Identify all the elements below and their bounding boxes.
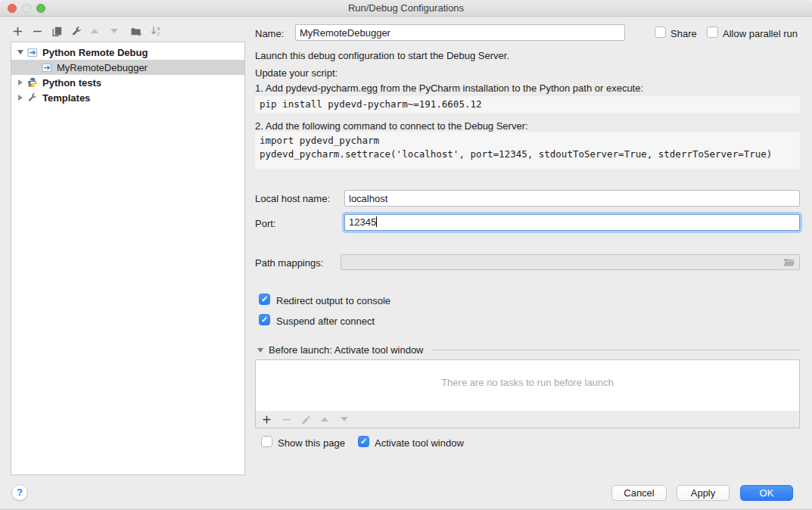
- move-down-icon[interactable]: [110, 23, 130, 39]
- close-window-button[interactable]: [8, 4, 17, 13]
- path-mappings-label: Path mappings:: [255, 257, 323, 269]
- suspend-after-connect-label: Suspend after connect: [276, 316, 375, 327]
- port-value: 12345: [349, 216, 376, 228]
- window-title: Run/Debug Configurations: [0, 0, 812, 16]
- settrace-code: import pydevd_pycharm pydevd_pycharm.set…: [255, 132, 800, 169]
- cancel-button[interactable]: Cancel: [611, 485, 667, 501]
- browse-folder-icon[interactable]: [783, 257, 795, 269]
- add-task-icon[interactable]: [262, 412, 282, 427]
- tree-item-label: Python Remote Debug: [42, 47, 148, 58]
- remote-debug-config-icon: [27, 47, 39, 58]
- sort-alphabetically-icon[interactable]: az: [150, 23, 170, 39]
- wrench-icon: [27, 92, 39, 104]
- svg-text:z: z: [157, 31, 160, 36]
- share-checkbox[interactable]: [655, 26, 666, 38]
- pip-install-code: pip install pydevd-pycharm~=191.6605.12: [255, 96, 800, 113]
- suspend-after-connect-checkbox[interactable]: [259, 314, 270, 325]
- tree-item-templates[interactable]: Templates: [11, 90, 244, 105]
- tree-item-label: Python tests: [42, 77, 101, 89]
- text-caret: [376, 216, 377, 227]
- tree-item-python-tests[interactable]: Python tests: [11, 75, 244, 90]
- tree-item-label: MyRemoteDebugger: [57, 62, 148, 73]
- show-this-page-checkbox[interactable]: [261, 436, 272, 447]
- code-import-line: import pydevd_pycharm: [260, 134, 795, 148]
- move-up-icon[interactable]: [91, 23, 110, 39]
- configurations-toolbar: az: [12, 23, 170, 39]
- local-host-label: Local host name:: [255, 193, 330, 204]
- intro-text: Launch this debug configuration to start…: [255, 50, 509, 61]
- edit-templates-icon[interactable]: [71, 23, 91, 39]
- copy-configuration-icon[interactable]: [51, 23, 71, 39]
- section-divider: [431, 350, 800, 350]
- activate-tool-window-checkbox[interactable]: [358, 436, 369, 447]
- name-input[interactable]: [295, 24, 625, 41]
- redirect-output-label: Redirect output to console: [276, 295, 390, 306]
- tree-item-myremotedebugger[interactable]: MyRemoteDebugger: [11, 60, 244, 75]
- move-task-up-icon[interactable]: [321, 412, 341, 427]
- configurations-tree: Python Remote Debug MyRemoteDebugger Pyt…: [11, 42, 245, 475]
- expand-collapse-icon[interactable]: [16, 95, 25, 101]
- port-label: Port:: [255, 218, 275, 229]
- before-launch-task-list: There are no tasks to run before launch: [255, 359, 800, 412]
- move-task-down-icon[interactable]: [341, 412, 360, 427]
- tree-item-python-remote-debug[interactable]: Python Remote Debug: [11, 45, 244, 60]
- titlebar: Run/Debug Configurations: [0, 0, 812, 17]
- port-input[interactable]: 12345: [344, 214, 800, 231]
- zoom-window-button[interactable]: [36, 4, 45, 13]
- local-host-input[interactable]: [344, 190, 800, 207]
- redirect-output-checkbox[interactable]: [259, 294, 270, 305]
- path-mappings-input[interactable]: [341, 254, 800, 270]
- minimize-window-button[interactable]: [22, 4, 31, 13]
- activate-tool-window-label: Activate tool window: [375, 437, 464, 449]
- tree-item-label: Templates: [42, 92, 90, 104]
- run-debug-configurations-dialog: Run/Debug Configurations az: [0, 0, 812, 510]
- remove-configuration-icon[interactable]: [32, 23, 51, 39]
- task-list-toolbar: [255, 411, 800, 428]
- new-folder-icon[interactable]: [130, 23, 150, 39]
- remote-debug-config-icon: [42, 62, 53, 73]
- expand-collapse-icon[interactable]: [16, 50, 25, 54]
- help-button[interactable]: ?: [11, 484, 28, 501]
- expand-collapse-icon[interactable]: [16, 79, 25, 86]
- step2-text: 2. Add the following command to connect …: [255, 120, 528, 132]
- step1-text: 1. Add pydevd-pycharm.egg from the PyCha…: [255, 82, 643, 94]
- before-launch-header[interactable]: Before launch: Activate tool window: [257, 344, 800, 356]
- python-tests-icon: [27, 77, 39, 89]
- ok-button[interactable]: OK: [740, 485, 793, 501]
- share-label: Share: [670, 28, 697, 39]
- edit-task-icon[interactable]: [301, 412, 321, 427]
- name-label: Name:: [255, 28, 284, 39]
- allow-parallel-run-label: Allow parallel run: [723, 28, 798, 39]
- apply-button[interactable]: Apply: [677, 485, 730, 501]
- update-script-text: Update your script:: [255, 67, 338, 79]
- allow-parallel-run-checkbox[interactable]: [707, 26, 718, 38]
- empty-task-message: There are no tasks to run before launch: [256, 377, 799, 388]
- collapse-section-icon[interactable]: [257, 348, 263, 353]
- code-settrace-line: pydevd_pycharm.settrace('localhost', por…: [260, 148, 795, 161]
- svg-text:a: a: [157, 26, 160, 31]
- before-launch-title: Before launch: Activate tool window: [269, 344, 424, 356]
- question-mark-icon: ?: [17, 487, 23, 498]
- remove-task-icon[interactable]: [282, 412, 301, 427]
- add-configuration-icon[interactable]: [12, 23, 32, 39]
- show-this-page-label: Show this page: [278, 437, 345, 449]
